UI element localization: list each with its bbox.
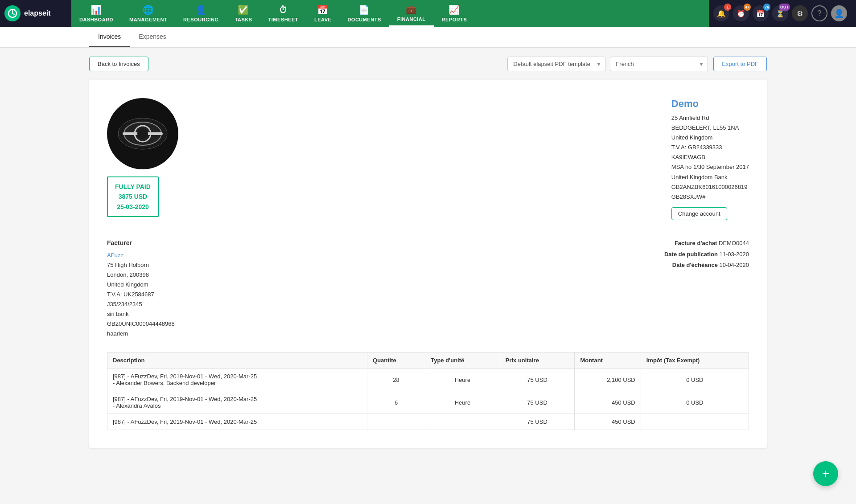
cell-montant: 2,100 USD — [575, 369, 641, 391]
nav-right-actions: 🔔 1 ⏰ 47 📅 76 ⏳ OUT ⚙ ? 👤 — [709, 5, 852, 21]
cell-quantite — [367, 414, 425, 430]
due-date: 10-04-2020 — [720, 262, 749, 268]
company-extra1: KA9IEWAGB — [671, 152, 749, 162]
notifications-button[interactable]: 🔔 1 — [713, 5, 729, 21]
invoice-toolbar: Back to Invoices Default elapseit PDF te… — [89, 57, 767, 71]
cell-montant: 450 USD — [575, 391, 641, 414]
financial-icon: 💼 — [406, 4, 417, 15]
company-details: 25 Annfield Rd BEDDGELERT, LL55 1NA Unit… — [671, 113, 749, 202]
col-type: Type d'unité — [425, 352, 500, 369]
svg-point-5 — [137, 128, 148, 139]
invoice-number-label: Facture d'achat — [675, 240, 717, 246]
nav-leave[interactable]: 📅 LEAVE — [306, 0, 339, 27]
page-tabs: Invoices Expenses — [0, 27, 856, 48]
template-select[interactable]: Default elapseit PDF template — [507, 57, 605, 71]
billed-bank: siri bank — [107, 309, 175, 319]
timer-button[interactable]: ⏰ 47 — [733, 5, 749, 21]
company-address3: United Kingdom — [671, 133, 749, 143]
nav-resourcing[interactable]: 👤 RESOURCING — [175, 0, 227, 27]
invoice-number-value: DEMO0044 — [719, 240, 749, 246]
cell-montant: 450 USD — [575, 414, 641, 430]
stamp-line1: FULLY PAID — [115, 182, 151, 192]
leave-icon: 📅 — [317, 4, 329, 15]
timer-badge: 47 — [744, 4, 751, 11]
calendar-badge: 76 — [763, 4, 770, 11]
back-to-invoices-button[interactable]: Back to Invoices — [89, 57, 148, 71]
nav-financial[interactable]: 💼 FINANCIAL — [389, 0, 434, 27]
tab-invoices[interactable]: Invoices — [89, 27, 130, 47]
col-montant: Montant — [575, 352, 641, 369]
billed-tva: T.V.A: UK2584687 — [107, 290, 175, 299]
avatar[interactable]: 👤 — [831, 5, 847, 21]
company-info-section: Demo 25 Annfield Rd BEDDGELERT, LL55 1NA… — [671, 98, 749, 220]
cell-prix: 75 USD — [500, 369, 575, 391]
calendar-icon: 📅 — [756, 9, 765, 18]
company-name: Demo — [671, 98, 749, 110]
company-logo — [107, 98, 178, 169]
documents-icon: 📄 — [358, 4, 370, 15]
template-selectors: Default elapseit PDF template ▼ French E… — [507, 57, 708, 71]
publication-row: Date de publication 11-03-2020 — [664, 249, 749, 260]
company-address2: BEDDGELERT, LL55 1NA — [671, 123, 749, 133]
billed-label: Facturer — [107, 238, 175, 249]
nav-leave-label: LEAVE — [314, 17, 331, 22]
cell-description: [987] - AFuzzDev, Fri, 2019-Nov-01 - Wed… — [107, 414, 367, 430]
billed-city: haarlem — [107, 329, 175, 339]
timesheet-icon: ⏱ — [279, 5, 288, 15]
nav-timesheet-label: TIMESHEET — [268, 17, 298, 22]
cell-description: [987] - AFuzzDev, Fri, 2019-Nov-01 - Wed… — [107, 369, 367, 391]
change-account-button[interactable]: Change account — [671, 207, 727, 220]
company-iban1: GB2ANZBK60161000026819 — [671, 182, 749, 192]
nav-financial-label: FINANCIAL — [397, 16, 426, 22]
nav-documents-label: DOCUMENTS — [347, 17, 381, 22]
nav-bar: 📊 DASHBOARD 🌐 MANAGEMENT 👤 RESOURCING ✅ … — [71, 0, 709, 27]
nav-timesheet[interactable]: ⏱ TIMESHEET — [260, 0, 306, 27]
logo-text: elapseit — [24, 9, 51, 17]
table-row: [987] - AFuzzDev, Fri, 2019-Nov-01 - Wed… — [107, 369, 749, 391]
col-impot: Impôt (Tax Exempt) — [641, 352, 749, 369]
main-content: Back to Invoices Default elapseit PDF te… — [0, 48, 856, 457]
timer-out-button[interactable]: ⏳ OUT — [772, 5, 788, 21]
publication-label: Date de publication — [664, 251, 718, 258]
nav-dashboard-label: DASHBOARD — [79, 17, 113, 22]
reports-icon: 📈 — [449, 4, 460, 15]
cell-type: Heure — [425, 369, 500, 391]
language-select[interactable]: French English German Spanish — [610, 57, 708, 71]
col-prix: Prix unitaire — [500, 352, 575, 369]
billed-address1: 75 High Holborn — [107, 260, 175, 270]
cell-prix: 75 USD — [500, 391, 575, 414]
tab-expenses[interactable]: Expenses — [130, 27, 175, 47]
table-row: [987] - AFuzzDev, Fri, 2019-Nov-01 - Wed… — [107, 391, 749, 414]
export-to-pdf-button[interactable]: Export to PDF — [713, 57, 767, 71]
billed-to: Facturer AFuzz 75 High Holborn London, 2… — [107, 238, 175, 339]
cell-description: [987] - AFuzzDev, Fri, 2019-Nov-01 - Wed… — [107, 391, 367, 414]
timer-icon: ⏰ — [737, 9, 745, 18]
cell-quantite: 6 — [367, 391, 425, 414]
logo-svg — [116, 116, 169, 152]
company-msa: MSA no 1/30 September 2017 — [671, 162, 749, 172]
nav-tasks[interactable]: ✅ TASKS — [227, 0, 260, 27]
logo-section: FULLY PAID 3875 USD 25-03-2020 — [107, 98, 178, 220]
nav-reports[interactable]: 📈 REPORTS — [434, 0, 475, 27]
nav-resourcing-label: RESOURCING — [183, 17, 219, 22]
template-select-wrapper: Default elapseit PDF template ▼ — [507, 57, 605, 71]
settings-button[interactable]: ⚙ — [792, 5, 808, 21]
management-icon: 🌐 — [143, 4, 154, 15]
tasks-icon: ✅ — [238, 4, 249, 15]
nav-dashboard[interactable]: 📊 DASHBOARD — [71, 0, 121, 27]
stamp-line2: 3875 USD — [115, 192, 151, 201]
billed-company: AFuzz — [107, 250, 175, 260]
help-button[interactable]: ? — [811, 5, 827, 21]
billing-section: Facturer AFuzz 75 High Holborn London, 2… — [107, 238, 749, 339]
nav-management[interactable]: 🌐 MANAGEMENT — [121, 0, 175, 27]
logo[interactable]: elapseit — [4, 5, 62, 21]
billed-country: United Kingdom — [107, 280, 175, 290]
billed-address2: London, 200398 — [107, 270, 175, 280]
invoice-meta: Facture d'achat DEMO0044 Date de publica… — [664, 238, 749, 339]
bell-icon: 🔔 — [717, 9, 726, 18]
cell-impot: 0 USD — [641, 391, 749, 414]
col-quantite: Quantite — [367, 352, 425, 369]
calendar-button[interactable]: 📅 76 — [753, 5, 769, 21]
company-iban2: GB28SXJW# — [671, 192, 749, 202]
nav-documents[interactable]: 📄 DOCUMENTS — [339, 0, 389, 27]
